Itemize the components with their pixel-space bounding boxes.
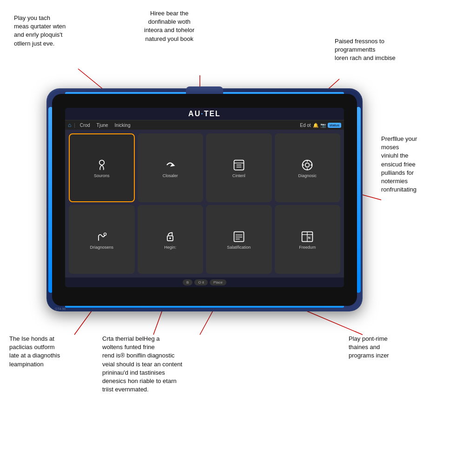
annotation-top-center: Hiree bear the donfinable woth inteora a… — [144, 9, 194, 43]
nav-ed-ot: Ed ot — [300, 123, 311, 128]
svg-line-14 — [302, 309, 363, 335]
annotation-right: Prerfllue your moses viniuhl the ensicud… — [381, 135, 417, 194]
svg-text:N: N — [308, 236, 311, 239]
footer-btn-place[interactable]: Place — [210, 279, 226, 285]
closaler-icon — [164, 159, 177, 172]
grid-cell-hegin[interactable]: Hegin: — [138, 205, 204, 274]
svg-line-8 — [74, 309, 93, 335]
svg-point-23 — [305, 163, 310, 167]
grid-cell-salatification[interactable]: Salatification — [206, 205, 272, 274]
svg-line-10 — [153, 309, 163, 335]
footer-btn-b[interactable]: B — [183, 279, 192, 285]
svg-marker-17 — [170, 164, 175, 167]
cintenl-icon — [232, 159, 245, 172]
nav-home-icon[interactable]: ⌂ — [68, 122, 71, 128]
device-handle — [186, 86, 223, 94]
svg-point-30 — [170, 238, 172, 239]
device: AU·TEL ⌂ | Crod Tjune Inicking Ed ot 🔔 📷… — [46, 88, 363, 311]
device-logo-bottom: GTA 98 — [55, 307, 66, 311]
screen-footer: B O it Place — [65, 278, 344, 287]
device-screen: AU·TEL ⌂ | Crod Tjune Inicking Ed ot 🔔 📷… — [65, 108, 344, 287]
screen-header: AU·TEL — [65, 108, 344, 120]
grid-cell-driagnosens[interactable]: Driagnosens — [69, 205, 135, 274]
device-bezel: AU·TEL ⌂ | Crod Tjune Inicking Ed ot 🔔 📷… — [52, 94, 357, 306]
salatification-icon — [232, 230, 245, 243]
app-grid: Sourons Closaler — [65, 130, 344, 278]
cell-label-freedum: Freedum — [299, 245, 316, 250]
grid-cell-freedum[interactable]: N Freedum — [275, 205, 341, 274]
cell-label-cintenl: Cintenl — [232, 173, 245, 178]
nav-divider-1: | — [74, 123, 75, 128]
cell-label-salatification: Salatification — [227, 245, 251, 250]
diagnosic-icon — [301, 159, 314, 172]
grid-cell-cintenl[interactable]: Cintenl — [206, 133, 272, 202]
annotation-top-right: Paised fressnos to programmentts loren r… — [335, 37, 396, 63]
grid-cell-diagnosic[interactable]: Diagnosic — [275, 133, 341, 202]
nav-bar[interactable]: ⌂ | Crod Tjune Inicking Ed ot 🔔 📷 status — [65, 120, 344, 130]
annotation-bottom-right: Play pont-rime thaines and programs inze… — [349, 335, 389, 360]
footer-btn-oit[interactable]: O it — [194, 279, 207, 285]
freedum-icon: N — [301, 230, 314, 243]
cell-label-sourons: Sourons — [94, 173, 110, 178]
annotation-top-left: Play you tach meas qurtater wten and enr… — [14, 14, 66, 48]
svg-rect-31 — [234, 232, 244, 242]
nav-item-crod[interactable]: Crod — [78, 123, 92, 128]
status-badge: status — [328, 123, 341, 128]
nav-camera-icon[interactable]: 📷 — [320, 123, 326, 128]
grid-cell-closaler[interactable]: Closaler — [138, 133, 204, 202]
hegin-icon — [164, 230, 177, 243]
nav-item-tjune[interactable]: Tjune — [95, 123, 110, 128]
cell-label-driagnosens: Driagnosens — [90, 245, 113, 250]
cell-label-diagnosic: Diagnosic — [298, 173, 317, 178]
cell-label-closaler: Closaler — [163, 173, 178, 178]
annotation-bottom-left: The Ise honds at paclicias outform late … — [9, 335, 60, 369]
driagnosens-icon — [95, 230, 108, 243]
svg-point-16 — [99, 160, 105, 165]
grid-cell-sourons[interactable]: Sourons — [69, 133, 135, 202]
nav-bell-icon[interactable]: 🔔 — [313, 123, 318, 128]
svg-line-12 — [200, 309, 214, 335]
device-body: AU·TEL ⌂ | Crod Tjune Inicking Ed ot 🔔 📷… — [46, 88, 363, 311]
annotation-bottom-center: Crta therrial belHeg a woltens funted fr… — [102, 335, 182, 394]
sourons-icon — [95, 159, 108, 172]
cell-label-hegin: Hegin: — [164, 245, 176, 250]
nav-item-inicking[interactable]: Inicking — [113, 123, 132, 128]
nav-right: Ed ot 🔔 📷 status — [300, 123, 341, 128]
brand-name: AU·TEL — [69, 110, 340, 118]
